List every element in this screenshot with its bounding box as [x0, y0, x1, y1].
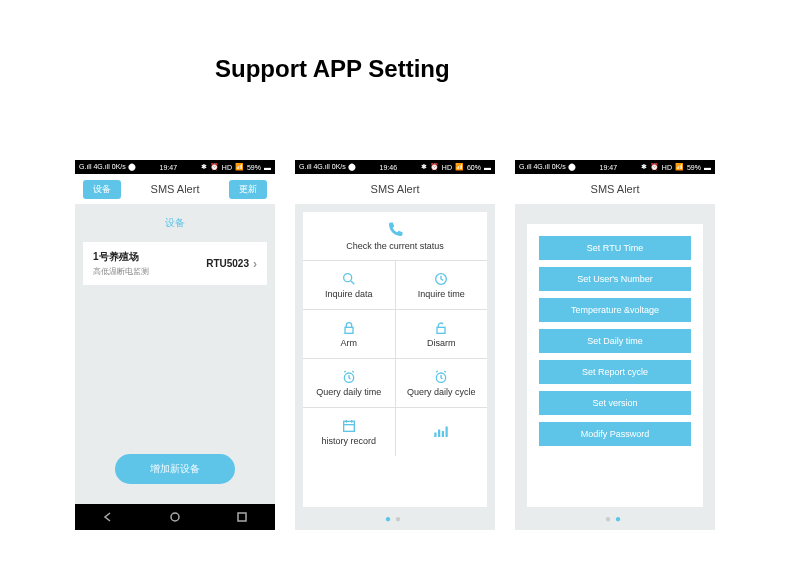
alarm-icon: ⏰ [430, 163, 439, 171]
check-status-label: Check the current status [346, 241, 444, 251]
alarm-icon: ⏰ [210, 163, 219, 171]
battery-text: 60% [467, 164, 481, 171]
svg-point-0 [171, 513, 179, 521]
set-daily-time-button[interactable]: Set Daily time [539, 329, 691, 353]
chart-cell[interactable] [396, 408, 488, 456]
history-record-label: history record [321, 436, 376, 446]
wifi-icon: 📶 [675, 163, 684, 171]
search-icon [341, 271, 357, 287]
notif-icon: ⬤ [348, 163, 356, 171]
network-speed: 0K/s [332, 163, 346, 171]
phone-screen-2: G.ıll 4G.ıll 0K/s ⬤ 19:46 ✱ ⏰ HD 📶 60% ▬… [295, 160, 495, 530]
battery-icon: ▬ [264, 164, 271, 171]
notif-icon: ⬤ [568, 163, 576, 171]
battery-icon: ▬ [704, 164, 711, 171]
add-device-button[interactable]: 增加新设备 [115, 454, 235, 484]
battery-text: 59% [687, 164, 701, 171]
app-bar: 设备 SMS Alert 更新 [75, 174, 275, 204]
set-report-cycle-button[interactable]: Set Report cycle [539, 360, 691, 384]
svg-rect-15 [442, 431, 444, 437]
svg-rect-1 [238, 513, 246, 521]
svg-rect-16 [446, 427, 448, 438]
query-daily-cycle-cell[interactable]: Query daily cycle [396, 359, 488, 407]
phone-screen-3: G.ıll 4G.ıll 0K/s ⬤ 19:47 ✱ ⏰ HD 📶 59% ▬… [515, 160, 715, 530]
back-arrow-icon[interactable]: ‹ [87, 183, 91, 195]
set-rtu-time-button[interactable]: Set RTU Time [539, 236, 691, 260]
chevron-right-icon: › [253, 257, 257, 271]
inquire-data-cell[interactable]: Inquire data [303, 261, 396, 309]
app-bar: ‹ SMS Alert [515, 174, 715, 204]
clock-icon [433, 271, 449, 287]
disarm-cell[interactable]: Disarm [396, 310, 488, 358]
home-icon[interactable] [168, 510, 182, 524]
wifi-icon: 📶 [455, 163, 464, 171]
disarm-label: Disarm [427, 338, 456, 348]
refresh-button[interactable]: 更新 [229, 180, 267, 199]
action-grid: Check the current status Inquire data In… [303, 212, 487, 507]
page-indicator: ●● [295, 507, 495, 530]
lock-icon [341, 320, 357, 336]
bluetooth-icon: ✱ [641, 163, 647, 171]
status-time: 19:47 [160, 164, 178, 171]
query-daily-time-cell[interactable]: Query daily time [303, 359, 396, 407]
svg-rect-6 [437, 327, 445, 333]
query-daily-cycle-label: Query daily cycle [407, 387, 476, 397]
inquire-data-label: Inquire data [325, 289, 373, 299]
svg-line-3 [351, 281, 354, 284]
svg-point-2 [343, 274, 351, 282]
device-subtitle: 高低温断电监测 [93, 266, 149, 277]
set-user-number-button[interactable]: Set User's Number [539, 267, 691, 291]
signal-icon: G.ıll 4G.ıll [79, 163, 110, 171]
wifi-icon: 📶 [235, 163, 244, 171]
modify-password-button[interactable]: Modify Password [539, 422, 691, 446]
hd-icon: HD [222, 164, 232, 171]
phone-icon [386, 221, 404, 239]
svg-rect-14 [438, 430, 440, 438]
signal-icon: G.ıll 4G.ıll [299, 163, 330, 171]
device-name: 1号养殖场 [93, 250, 149, 264]
svg-rect-9 [343, 421, 354, 431]
bluetooth-icon: ✱ [201, 163, 207, 171]
phone-screen-1: G.ıll 4G.ıll 0K/s ⬤ 19:47 ✱ ⏰ HD 📶 59% ▬… [75, 160, 275, 530]
page-title: Support APP Setting [215, 55, 450, 83]
device-card[interactable]: 1号养殖场 高低温断电监测 RTU5023 › [83, 242, 267, 285]
app-title: SMS Alert [371, 183, 420, 195]
back-icon[interactable] [101, 510, 115, 524]
hd-icon: HD [442, 164, 452, 171]
check-status-cell[interactable]: Check the current status [303, 212, 487, 260]
temperature-voltage-button[interactable]: Temperature &voltage [539, 298, 691, 322]
network-speed: 0K/s [552, 163, 566, 171]
battery-text: 59% [247, 164, 261, 171]
unlock-icon [433, 320, 449, 336]
statusbar: G.ıll 4G.ıll 0K/s ⬤ 19:46 ✱ ⏰ HD 📶 60% ▬ [295, 160, 495, 174]
inquire-time-cell[interactable]: Inquire time [396, 261, 488, 309]
arm-label: Arm [341, 338, 358, 348]
status-time: 19:47 [600, 164, 618, 171]
alarm-clock-icon [433, 369, 449, 385]
status-time: 19:46 [380, 164, 398, 171]
device-model: RTU5023 [206, 258, 249, 269]
network-speed: 0K/s [112, 163, 126, 171]
alarm-icon: ⏰ [650, 163, 659, 171]
svg-rect-5 [345, 327, 353, 333]
app-title: SMS Alert [591, 183, 640, 195]
recents-icon[interactable] [235, 510, 249, 524]
query-daily-time-label: Query daily time [316, 387, 381, 397]
statusbar: G.ıll 4G.ıll 0K/s ⬤ 19:47 ✱ ⏰ HD 📶 59% ▬ [75, 160, 275, 174]
devices-header: 设备 [75, 204, 275, 238]
app-title: SMS Alert [151, 183, 200, 195]
arm-cell[interactable]: Arm [303, 310, 396, 358]
inquire-time-label: Inquire time [418, 289, 465, 299]
alarm-clock-icon [341, 369, 357, 385]
statusbar: G.ıll 4G.ıll 0K/s ⬤ 19:47 ✱ ⏰ HD 📶 59% ▬ [515, 160, 715, 174]
set-version-button[interactable]: Set version [539, 391, 691, 415]
hd-icon: HD [662, 164, 672, 171]
svg-rect-13 [435, 433, 437, 438]
android-navbar [75, 504, 275, 530]
app-bar: ‹ SMS Alert [295, 174, 495, 204]
battery-icon: ▬ [484, 164, 491, 171]
page-indicator: ●● [515, 507, 715, 530]
history-record-cell[interactable]: history record [303, 408, 396, 456]
settings-panel: Set RTU Time Set User's Number Temperatu… [527, 224, 703, 507]
calendar-icon [341, 418, 357, 434]
